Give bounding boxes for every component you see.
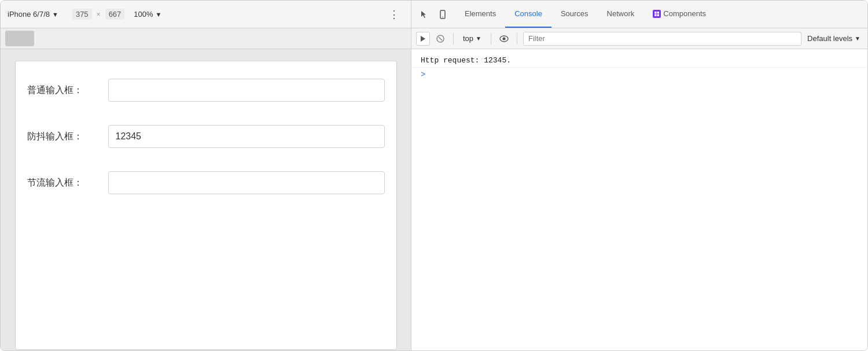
label-debounce-input: 防抖输入框：: [27, 131, 108, 143]
cursor-icon-button[interactable]: [416, 6, 432, 23]
prompt-arrow-icon: >: [421, 70, 425, 79]
eye-button[interactable]: [497, 32, 511, 46]
devtools-nav-icons: [411, 6, 455, 23]
components-svg-icon: [654, 11, 660, 17]
top-context-selector[interactable]: top ▼: [459, 33, 485, 44]
components-icon: [653, 10, 661, 18]
label-normal-input: 普通输入框：: [27, 84, 108, 97]
scrollbar-thumb[interactable]: [5, 31, 34, 46]
svg-point-1: [442, 16, 443, 17]
top-chevron-icon: ▼: [476, 35, 481, 42]
filter-input[interactable]: [523, 32, 801, 46]
left-scrollbar-area: [1, 28, 411, 49]
device-icon: [438, 10, 447, 19]
cursor-icon: [420, 10, 429, 19]
svg-rect-2: [654, 12, 657, 14]
form-row-normal: 普通输入框：: [27, 79, 385, 102]
svg-marker-6: [421, 36, 425, 42]
default-levels-chevron-icon: ▼: [855, 35, 860, 42]
right-console-toolbar: top ▼ Default levels ▼: [411, 28, 867, 49]
toolbar-divider-v3: [517, 33, 517, 45]
main-content: 普通输入框： 防抖输入框： 节流输入框： Http request: 12345…: [1, 49, 867, 350]
tab-network[interactable]: Network: [598, 1, 644, 28]
left-scroll-toolbar: [1, 28, 411, 49]
svg-rect-3: [657, 12, 660, 14]
device-chevron-icon: ▼: [52, 11, 58, 18]
tab-components[interactable]: Components: [643, 1, 715, 28]
times-symbol: ×: [97, 10, 101, 19]
throttle-input[interactable]: [108, 171, 385, 194]
device-height: 667: [105, 9, 125, 20]
zoom-value: 100%: [134, 10, 153, 19]
more-options-button[interactable]: ⋮: [384, 6, 404, 23]
stop-icon: [436, 35, 444, 43]
console-stop-button[interactable]: [433, 32, 447, 46]
svg-point-10: [502, 37, 505, 40]
eye-icon: [499, 35, 509, 42]
form-row-throttle: 节流输入框：: [27, 171, 385, 194]
toolbar-divider-v2: [491, 33, 491, 45]
zoom-selector[interactable]: 100% ▼: [134, 10, 161, 19]
device-width: 375: [72, 9, 92, 20]
default-levels-button[interactable]: Default levels ▼: [805, 33, 863, 44]
debounce-input[interactable]: [108, 125, 385, 148]
tab-console[interactable]: Console: [505, 1, 551, 28]
device-name: iPhone 6/7/8: [8, 10, 50, 19]
top-label: top: [463, 34, 473, 43]
zoom-chevron-icon: ▼: [156, 11, 162, 18]
svg-line-8: [439, 37, 442, 40]
console-log-text: Http request: 12345.: [421, 56, 858, 65]
console-play-button[interactable]: [416, 32, 430, 46]
label-throttle-input: 节流输入框：: [27, 177, 108, 189]
toolbar-divider-v: [453, 33, 454, 45]
svg-rect-4: [654, 14, 657, 16]
tab-elements[interactable]: Elements: [455, 1, 505, 28]
tab-sources[interactable]: Sources: [551, 1, 598, 28]
console-toolbar: top ▼ Default levels ▼: [1, 28, 867, 49]
right-toolbar: Elements Console Sources Network: [411, 1, 867, 28]
svg-rect-5: [657, 14, 660, 16]
devtools-tabs: Elements Console Sources Network: [455, 1, 867, 28]
device-toggle-button[interactable]: [435, 6, 451, 23]
console-prompt[interactable]: >: [411, 68, 867, 82]
device-frame: 普通输入框： 防抖输入框： 节流输入框：: [15, 61, 397, 350]
device-preview-panel: 普通输入框： 防抖输入框： 节流输入框：: [1, 49, 411, 350]
form-row-debounce: 防抖输入框：: [27, 125, 385, 148]
device-selector[interactable]: iPhone 6/7/8 ▼: [8, 10, 58, 19]
left-toolbar: iPhone 6/7/8 ▼ 375 × 667 100% ▼ ⋮: [1, 1, 411, 28]
normal-input[interactable]: [108, 79, 385, 102]
play-icon: [420, 35, 426, 42]
console-log-entry: Http request: 12345.: [411, 54, 867, 68]
top-toolbar: iPhone 6/7/8 ▼ 375 × 667 100% ▼ ⋮: [1, 1, 867, 28]
console-output-panel: Http request: 12345. >: [411, 49, 867, 350]
